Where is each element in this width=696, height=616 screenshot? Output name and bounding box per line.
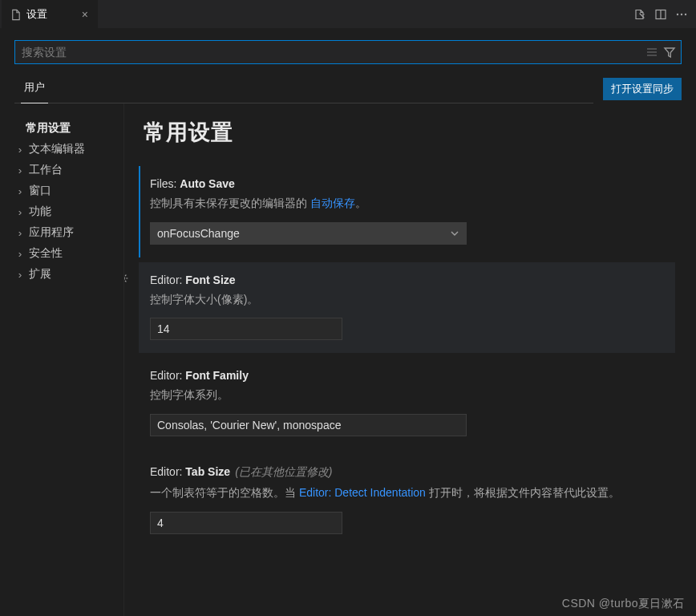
tab-bar: 设置 × — [0, 0, 696, 28]
link-autosave[interactable]: 自动保存 — [310, 197, 355, 209]
sidebar-item-text-editor[interactable]: › 文本编辑器 — [14, 139, 124, 160]
settings-content: 常用设置 Files: Auto Save 控制具有未保存更改的编辑器的 自动保… — [124, 103, 696, 616]
modified-elsewhere-hint: (已在其他位置修改) — [235, 465, 332, 478]
chevron-down-icon — [450, 229, 459, 238]
clear-icon[interactable] — [645, 46, 658, 59]
fontfamily-input[interactable] — [150, 414, 467, 436]
setting-editor-tabsize: Editor: Tab Size(已在其他位置修改) 一个制表符等于的空格数。当… — [139, 454, 675, 547]
setting-description: 一个制表符等于的空格数。当 Editor: Detect Indentation… — [150, 484, 664, 502]
close-icon[interactable]: × — [80, 8, 90, 21]
open-settings-sync-button[interactable]: 打开设置同步 — [603, 78, 682, 100]
setting-title: Editor: Font Size — [150, 274, 664, 286]
select-value: onFocusChange — [157, 227, 240, 240]
chevron-right-icon: › — [14, 269, 26, 281]
chevron-right-icon: › — [14, 164, 26, 176]
search-input[interactable] — [22, 46, 645, 59]
tabsize-input[interactable] — [150, 512, 342, 534]
settings-body: 常用设置 › 文本编辑器 › 工作台 › 窗口 › 功能 › 应用程序 › 安全… — [0, 103, 696, 616]
sidebar-item-label: 文本编辑器 — [29, 142, 85, 156]
chevron-right-icon: › — [14, 206, 26, 218]
sidebar-item-label: 扩展 — [29, 267, 51, 282]
editor-actions — [633, 0, 696, 28]
scope-row: 用户 打开设置同步 — [0, 71, 696, 103]
sidebar-item-label: 功能 — [29, 205, 51, 219]
sidebar-item-label: 应用程序 — [29, 225, 74, 240]
sidebar-item-extensions[interactable]: › 扩展 — [14, 264, 124, 285]
sidebar-item-features[interactable]: › 功能 — [14, 201, 124, 222]
split-editor-icon[interactable] — [654, 8, 667, 21]
page-title: 常用设置 — [144, 118, 675, 147]
sidebar-item-application[interactable]: › 应用程序 — [14, 222, 124, 243]
tab-settings[interactable]: 设置 × — [2, 0, 98, 28]
sidebar-item-workbench[interactable]: › 工作台 — [14, 160, 124, 180]
chevron-right-icon: › — [14, 227, 26, 239]
tab-label: 设置 — [26, 7, 47, 22]
chevron-right-icon: › — [14, 185, 26, 197]
file-icon — [10, 9, 22, 21]
setting-description: 控制字体系列。 — [150, 387, 664, 404]
scope-user-tab[interactable]: 用户 — [14, 74, 55, 103]
svg-point-3 — [685, 13, 686, 14]
sidebar-item-label: 常用设置 — [26, 121, 71, 136]
sidebar-item-security[interactable]: › 安全性 — [14, 243, 124, 264]
setting-title: Files: Auto Save — [150, 177, 664, 190]
link-detect-indentation[interactable]: Editor: Detect Indentation — [299, 486, 426, 499]
search-box[interactable] — [14, 40, 682, 64]
chevron-right-icon: › — [14, 144, 26, 156]
setting-editor-fontfamily: Editor: Font Family 控制字体系列。 — [139, 358, 675, 449]
fontsize-input[interactable] — [150, 318, 342, 340]
autosave-select[interactable]: onFocusChange — [150, 222, 467, 245]
settings-toc: 常用设置 › 文本编辑器 › 工作台 › 窗口 › 功能 › 应用程序 › 安全… — [0, 103, 124, 616]
more-actions-icon[interactable] — [675, 8, 688, 21]
chevron-right-icon: › — [14, 248, 26, 260]
open-settings-json-icon[interactable] — [633, 8, 646, 21]
svg-point-1 — [677, 13, 678, 14]
sidebar-item-common[interactable]: 常用设置 — [14, 118, 124, 139]
sidebar-item-label: 安全性 — [29, 246, 63, 261]
search-area — [0, 28, 696, 71]
sidebar-item-window[interactable]: › 窗口 — [14, 180, 124, 201]
setting-editor-fontsize: Editor: Font Size 控制字体大小(像素)。 — [139, 262, 675, 354]
filter-icon[interactable] — [663, 46, 676, 59]
setting-description: 控制字体大小(像素)。 — [150, 291, 664, 309]
setting-title: Editor: Tab Size(已在其他位置修改) — [150, 465, 664, 480]
search-actions — [645, 46, 676, 59]
scope-tabs: 用户 — [14, 74, 593, 103]
sidebar-item-label: 工作台 — [29, 163, 63, 177]
setting-files-autosave: Files: Auto Save 控制具有未保存更改的编辑器的 自动保存。 on… — [139, 166, 675, 257]
setting-description: 控制具有未保存更改的编辑器的 自动保存。 — [150, 195, 664, 213]
setting-title: Editor: Font Family — [150, 369, 664, 382]
sidebar-item-label: 窗口 — [29, 184, 51, 198]
gear-icon[interactable] — [124, 272, 129, 285]
svg-point-2 — [681, 13, 682, 14]
